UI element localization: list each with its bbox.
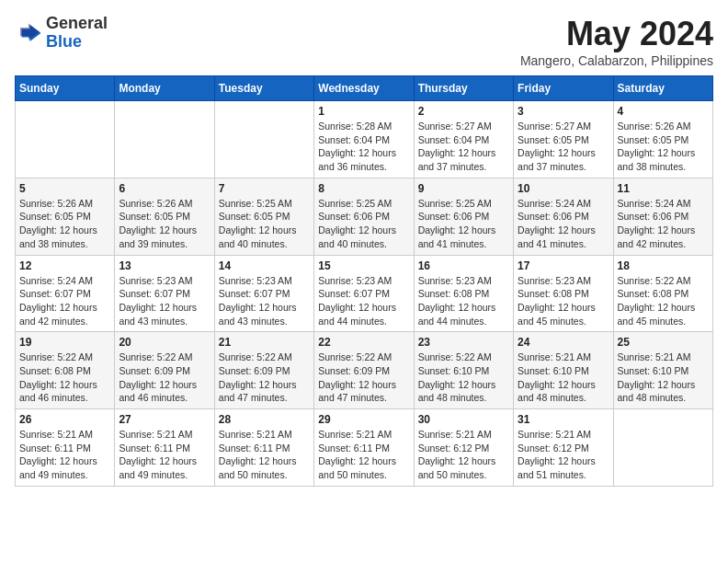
logo-text: General Blue [46, 15, 108, 52]
day-info: Sunrise: 5:25 AM Sunset: 6:06 PM Dayligh… [418, 197, 509, 251]
weekday-header: Monday [115, 76, 214, 101]
day-info: Sunrise: 5:23 AM Sunset: 6:07 PM Dayligh… [318, 274, 409, 328]
calendar-cell: 15Sunrise: 5:23 AM Sunset: 6:07 PM Dayli… [314, 255, 414, 332]
day-number: 13 [119, 259, 210, 272]
day-info: Sunrise: 5:21 AM Sunset: 6:11 PM Dayligh… [219, 428, 310, 482]
day-number: 6 [119, 182, 210, 195]
calendar-cell: 12Sunrise: 5:24 AM Sunset: 6:07 PM Dayli… [16, 255, 115, 332]
calendar-cell: 4Sunrise: 5:26 AM Sunset: 6:05 PM Daylig… [613, 101, 712, 178]
day-info: Sunrise: 5:25 AM Sunset: 6:05 PM Dayligh… [219, 197, 310, 251]
calendar-cell: 22Sunrise: 5:22 AM Sunset: 6:09 PM Dayli… [314, 332, 414, 409]
calendar-cell: 30Sunrise: 5:21 AM Sunset: 6:12 PM Dayli… [414, 409, 513, 487]
day-number: 26 [19, 413, 110, 426]
calendar-week-row: 12Sunrise: 5:24 AM Sunset: 6:07 PM Dayli… [16, 255, 713, 332]
day-number: 21 [219, 336, 310, 349]
day-number: 10 [518, 182, 609, 195]
day-info: Sunrise: 5:21 AM Sunset: 6:10 PM Dayligh… [618, 350, 709, 405]
day-number: 20 [119, 336, 210, 349]
day-info: Sunrise: 5:22 AM Sunset: 6:08 PM Dayligh… [618, 274, 709, 328]
day-number: 28 [219, 413, 310, 426]
day-info: Sunrise: 5:21 AM Sunset: 6:11 PM Dayligh… [318, 428, 409, 482]
calendar-cell: 26Sunrise: 5:21 AM Sunset: 6:11 PM Dayli… [16, 409, 115, 487]
day-number: 30 [418, 413, 509, 426]
day-info: Sunrise: 5:23 AM Sunset: 6:07 PM Dayligh… [119, 274, 210, 328]
day-number: 14 [219, 259, 310, 272]
calendar-cell: 29Sunrise: 5:21 AM Sunset: 6:11 PM Dayli… [314, 409, 414, 487]
day-number: 31 [518, 413, 609, 426]
weekday-header: Thursday [414, 76, 513, 101]
calendar-cell: 14Sunrise: 5:23 AM Sunset: 6:07 PM Dayli… [214, 255, 313, 332]
day-number: 4 [618, 105, 709, 118]
calendar-cell: 19Sunrise: 5:22 AM Sunset: 6:08 PM Dayli… [16, 332, 115, 409]
calendar-cell: 21Sunrise: 5:22 AM Sunset: 6:09 PM Dayli… [214, 332, 313, 409]
calendar-cell: 24Sunrise: 5:21 AM Sunset: 6:10 PM Dayli… [514, 332, 613, 409]
day-info: Sunrise: 5:27 AM Sunset: 6:05 PM Dayligh… [518, 120, 609, 174]
day-number: 24 [518, 336, 609, 349]
calendar-cell: 2Sunrise: 5:27 AM Sunset: 6:04 PM Daylig… [414, 101, 513, 178]
calendar-cell: 5Sunrise: 5:26 AM Sunset: 6:05 PM Daylig… [16, 178, 115, 255]
day-info: Sunrise: 5:28 AM Sunset: 6:04 PM Dayligh… [318, 120, 409, 174]
calendar-cell: 7Sunrise: 5:25 AM Sunset: 6:05 PM Daylig… [214, 178, 313, 255]
logo-blue: Blue [46, 33, 108, 52]
day-info: Sunrise: 5:21 AM Sunset: 6:11 PM Dayligh… [119, 428, 210, 482]
day-number: 12 [19, 259, 110, 272]
day-info: Sunrise: 5:26 AM Sunset: 6:05 PM Dayligh… [119, 197, 210, 251]
day-info: Sunrise: 5:21 AM Sunset: 6:10 PM Dayligh… [518, 350, 609, 405]
day-number: 29 [318, 413, 409, 426]
svg-marker-1 [20, 23, 40, 40]
day-info: Sunrise: 5:23 AM Sunset: 6:08 PM Dayligh… [518, 274, 609, 328]
calendar-week-row: 26Sunrise: 5:21 AM Sunset: 6:11 PM Dayli… [16, 409, 713, 487]
day-number: 23 [418, 336, 509, 349]
location: Mangero, Calabarzon, Philippines [520, 53, 713, 68]
day-number: 3 [518, 105, 609, 118]
weekday-header-row: SundayMondayTuesdayWednesdayThursdayFrid… [16, 76, 713, 101]
day-number: 8 [318, 182, 409, 195]
day-info: Sunrise: 5:26 AM Sunset: 6:05 PM Dayligh… [618, 120, 709, 174]
calendar-table: SundayMondayTuesdayWednesdayThursdayFrid… [15, 75, 713, 487]
day-info: Sunrise: 5:27 AM Sunset: 6:04 PM Dayligh… [418, 120, 509, 174]
calendar-cell: 8Sunrise: 5:25 AM Sunset: 6:06 PM Daylig… [314, 178, 414, 255]
day-info: Sunrise: 5:24 AM Sunset: 6:06 PM Dayligh… [518, 197, 609, 251]
day-number: 1 [318, 105, 409, 118]
calendar-cell [115, 101, 214, 178]
day-info: Sunrise: 5:25 AM Sunset: 6:06 PM Dayligh… [318, 197, 409, 251]
day-info: Sunrise: 5:22 AM Sunset: 6:09 PM Dayligh… [219, 350, 310, 405]
calendar-cell: 11Sunrise: 5:24 AM Sunset: 6:06 PM Dayli… [613, 178, 712, 255]
calendar-cell: 3Sunrise: 5:27 AM Sunset: 6:05 PM Daylig… [514, 101, 613, 178]
day-number: 11 [618, 182, 709, 195]
day-info: Sunrise: 5:23 AM Sunset: 6:08 PM Dayligh… [418, 274, 509, 328]
calendar-cell: 31Sunrise: 5:21 AM Sunset: 6:12 PM Dayli… [514, 409, 613, 487]
day-number: 19 [19, 336, 110, 349]
logo-general: General [46, 15, 108, 33]
day-info: Sunrise: 5:22 AM Sunset: 6:09 PM Dayligh… [318, 350, 409, 405]
day-number: 27 [119, 413, 210, 426]
weekday-header: Sunday [16, 76, 115, 101]
calendar-cell: 27Sunrise: 5:21 AM Sunset: 6:11 PM Dayli… [115, 409, 214, 487]
day-number: 5 [19, 182, 110, 195]
calendar-cell [214, 101, 313, 178]
day-info: Sunrise: 5:21 AM Sunset: 6:12 PM Dayligh… [518, 428, 609, 482]
calendar-week-row: 19Sunrise: 5:22 AM Sunset: 6:08 PM Dayli… [16, 332, 713, 409]
day-number: 7 [219, 182, 310, 195]
day-number: 16 [418, 259, 509, 272]
calendar-cell: 6Sunrise: 5:26 AM Sunset: 6:05 PM Daylig… [115, 178, 214, 255]
calendar-cell: 13Sunrise: 5:23 AM Sunset: 6:07 PM Dayli… [115, 255, 214, 332]
day-info: Sunrise: 5:22 AM Sunset: 6:09 PM Dayligh… [119, 350, 210, 405]
day-number: 2 [418, 105, 509, 118]
calendar-cell: 28Sunrise: 5:21 AM Sunset: 6:11 PM Dayli… [214, 409, 313, 487]
month-title: May 2024 [520, 15, 713, 53]
header: General Blue May 2024 Mangero, Calabarzo… [15, 15, 713, 68]
weekday-header: Friday [514, 76, 613, 101]
day-info: Sunrise: 5:24 AM Sunset: 6:06 PM Dayligh… [618, 197, 709, 251]
title-area: May 2024 Mangero, Calabarzon, Philippine… [520, 15, 713, 68]
day-info: Sunrise: 5:21 AM Sunset: 6:12 PM Dayligh… [418, 428, 509, 482]
calendar-cell: 1Sunrise: 5:28 AM Sunset: 6:04 PM Daylig… [314, 101, 414, 178]
logo-icon [15, 19, 42, 47]
day-info: Sunrise: 5:23 AM Sunset: 6:07 PM Dayligh… [219, 274, 310, 328]
calendar-week-row: 1Sunrise: 5:28 AM Sunset: 6:04 PM Daylig… [16, 101, 713, 178]
calendar-cell [613, 409, 712, 487]
day-number: 25 [618, 336, 709, 349]
calendar-cell: 10Sunrise: 5:24 AM Sunset: 6:06 PM Dayli… [514, 178, 613, 255]
calendar-cell [16, 101, 115, 178]
day-number: 18 [618, 259, 709, 272]
